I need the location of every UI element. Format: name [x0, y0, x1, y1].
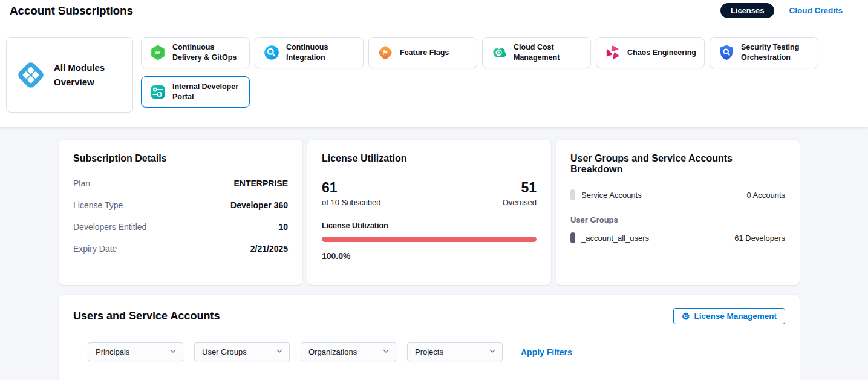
security-testing-icon — [718, 44, 735, 61]
module-label: Continuous Delivery & GitOps — [172, 42, 241, 63]
module-label: Chaos Engineering — [627, 48, 696, 58]
utilization-bar-fill — [322, 237, 537, 242]
license-tabs: Licenses Cloud Credits — [720, 3, 843, 18]
module-card-internal-developer-portal[interactable]: Internal Developer Portal — [141, 76, 250, 108]
chevron-down-icon — [489, 347, 496, 356]
cloud-cost-icon: $ — [491, 44, 507, 61]
stat-cards-row: Subscription Details Plan ENTERPRISE Lic… — [59, 140, 800, 285]
module-label: Feature Flags — [400, 48, 449, 58]
svg-text:∞: ∞ — [155, 48, 161, 57]
module-cards-row: ∞ Continuous Delivery & GitOps Continuou… — [141, 37, 828, 108]
utilization-bar-track — [322, 237, 537, 242]
tab-cloud-credits[interactable]: Cloud Credits — [789, 6, 843, 15]
chevron-down-icon — [276, 347, 283, 356]
utilization-percent: 100.0% — [322, 251, 537, 261]
overused-count-block: 51 Overused — [503, 180, 537, 207]
module-label: Security Testing Orchestration — [741, 42, 810, 63]
utilization-numbers: 61 of 10 Subscribed 51 Overused — [322, 180, 537, 207]
service-accounts-value: 0 Accounts — [746, 191, 785, 200]
svg-text:$: $ — [497, 50, 500, 56]
svg-text:⚑: ⚑ — [382, 49, 388, 56]
module-card-feature-flags[interactable]: ⚑ Feature Flags — [368, 37, 477, 68]
overused-caption: Overused — [503, 198, 537, 207]
all-modules-overview-label: All Modules Overview — [54, 61, 123, 89]
topbar: Account Subscriptions Licenses Cloud Cre… — [0, 0, 868, 24]
cd-gitops-icon: ∞ — [149, 44, 166, 61]
license-management-button[interactable]: ⚙ License Management — [673, 308, 785, 324]
detail-row-plan: Plan ENTERPRISE — [73, 179, 288, 188]
page-title: Account Subscriptions — [10, 4, 133, 18]
module-card-continuous-delivery[interactable]: ∞ Continuous Delivery & GitOps — [141, 37, 250, 68]
detail-row-license-type: License Type Developer 360 — [73, 200, 288, 210]
module-label: Internal Developer Portal — [172, 82, 241, 102]
breakdown-title: User Groups and Service Accounts Breakdo… — [570, 153, 785, 175]
feature-flags-icon: ⚑ — [377, 44, 394, 61]
subscription-details-title: Subscription Details — [73, 153, 288, 164]
module-card-continuous-integration[interactable]: Continuous Integration — [255, 37, 364, 68]
projects-filter-select[interactable]: Projects — [407, 342, 503, 361]
filters-row: Principals User Groups Organizations Pro… — [88, 342, 785, 361]
module-label: Cloud Cost Management — [514, 42, 582, 63]
top-band: Account Subscriptions Licenses Cloud Cre… — [0, 0, 868, 127]
service-accounts-row: Service Accounts 0 Accounts — [570, 189, 785, 200]
user-groups-filter-select[interactable]: User Groups — [194, 342, 290, 361]
user-groups-heading: User Groups — [570, 215, 785, 224]
all-modules-overview-card[interactable]: All Modules Overview — [6, 37, 133, 113]
detail-row-expiry-date: Expiry Date 2/21/2025 — [73, 244, 288, 254]
apply-filters-link[interactable]: Apply Filters — [521, 347, 572, 357]
service-accounts-label: Service Accounts — [581, 191, 642, 200]
tab-licenses[interactable]: Licenses — [720, 3, 775, 18]
used-count: 61 — [322, 180, 381, 196]
used-caption: of 10 Subscribed — [322, 198, 381, 207]
user-group-value: 61 Developers — [734, 234, 785, 243]
subscription-details-card: Subscription Details Plan ENTERPRISE Lic… — [59, 140, 302, 285]
principals-filter-select[interactable]: Principals — [88, 342, 183, 361]
overused-count: 51 — [503, 180, 537, 196]
module-card-security-testing[interactable]: Security Testing Orchestration — [710, 37, 818, 68]
module-label: Continuous Integration — [286, 42, 355, 63]
breakdown-card: User Groups and Service Accounts Breakdo… — [556, 140, 800, 285]
module-card-chaos-engineering[interactable]: Chaos Engineering — [596, 37, 705, 68]
users-section-card: Users and Service Accounts ⚙ License Man… — [59, 295, 800, 380]
user-group-row: _account_all_users 61 Developers — [570, 232, 785, 243]
service-accounts-marker-icon — [570, 189, 575, 200]
continuous-integration-icon — [263, 44, 280, 61]
license-management-label: License Management — [694, 312, 777, 321]
chevron-down-icon — [169, 347, 177, 356]
user-group-marker-icon — [570, 232, 575, 243]
used-count-block: 61 of 10 Subscribed — [322, 180, 381, 207]
users-section-header: Users and Service Accounts ⚙ License Man… — [73, 308, 785, 324]
license-utilization-title: License Utilization — [322, 153, 537, 164]
content-area: Subscription Details Plan ENTERPRISE Lic… — [0, 127, 868, 380]
chevron-down-icon — [382, 347, 390, 356]
modules-band: All Modules Overview ∞ Continuous Delive… — [0, 24, 868, 127]
all-modules-icon — [16, 60, 46, 90]
detail-row-developers-entitled: Developers Entitled 10 — [73, 222, 288, 232]
organizations-filter-select[interactable]: Organizations — [301, 342, 396, 361]
chaos-engineering-icon — [604, 44, 621, 61]
users-section-title: Users and Service Accounts — [73, 310, 220, 323]
gear-icon: ⚙ — [682, 312, 690, 321]
module-card-cloud-cost[interactable]: $ Cloud Cost Management — [482, 37, 591, 68]
utilization-bar-label: License Utilization — [322, 221, 537, 230]
license-utilization-card: License Utilization 61 of 10 Subscribed … — [307, 140, 551, 285]
internal-developer-portal-icon — [149, 84, 166, 100]
user-group-name: _account_all_users — [581, 234, 649, 243]
